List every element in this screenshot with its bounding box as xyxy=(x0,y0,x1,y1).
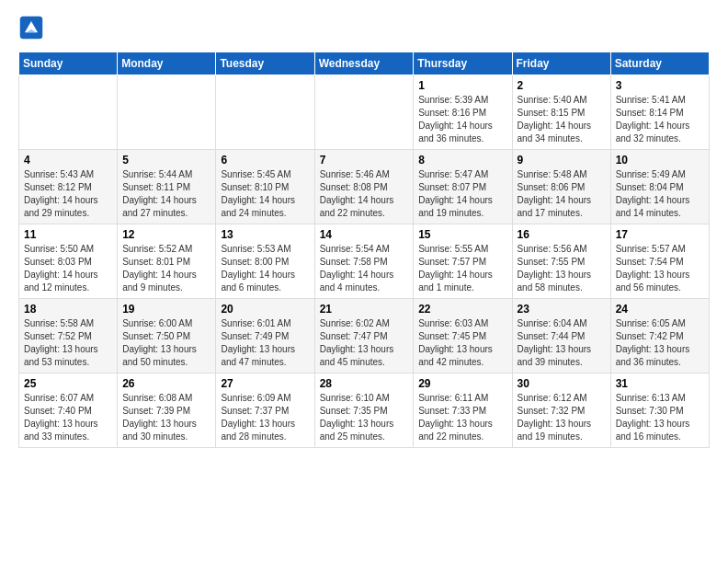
calendar-cell: 29Sunrise: 6:11 AMSunset: 7:33 PMDayligh… xyxy=(414,373,512,448)
day-number: 18 xyxy=(24,303,112,316)
day-number: 28 xyxy=(320,377,409,390)
day-info: Sunrise: 6:07 AMSunset: 7:40 PMDaylight:… xyxy=(24,392,112,443)
day-info: Sunrise: 5:39 AMSunset: 8:16 PMDaylight:… xyxy=(418,94,506,145)
day-number: 22 xyxy=(418,303,506,316)
day-number: 11 xyxy=(24,228,112,241)
calendar-week-2: 4Sunrise: 5:43 AMSunset: 8:12 PMDaylight… xyxy=(19,150,710,224)
day-info: Sunrise: 5:46 AMSunset: 8:08 PMDaylight:… xyxy=(320,168,409,220)
day-number: 27 xyxy=(221,377,309,390)
calendar-cell: 3Sunrise: 5:41 AMSunset: 8:14 PMDaylight… xyxy=(610,75,709,150)
day-number: 17 xyxy=(616,228,704,241)
day-info: Sunrise: 6:02 AMSunset: 7:47 PMDaylight:… xyxy=(320,317,409,369)
calendar-cell: 4Sunrise: 5:43 AMSunset: 8:12 PMDaylight… xyxy=(19,150,118,224)
day-info: Sunrise: 6:03 AMSunset: 7:45 PMDaylight:… xyxy=(418,317,506,369)
day-number: 23 xyxy=(518,303,606,316)
day-info: Sunrise: 5:49 AMSunset: 8:04 PMDaylight:… xyxy=(616,168,704,220)
day-number: 2 xyxy=(518,79,606,92)
calendar-cell: 7Sunrise: 5:46 AMSunset: 8:08 PMDaylight… xyxy=(314,150,414,224)
day-info: Sunrise: 6:12 AMSunset: 7:32 PMDaylight:… xyxy=(518,392,606,443)
day-number: 6 xyxy=(221,154,309,167)
day-info: Sunrise: 5:56 AMSunset: 7:55 PMDaylight:… xyxy=(518,243,606,294)
logo xyxy=(18,15,46,40)
day-header-thursday: Thursday xyxy=(414,52,512,75)
day-info: Sunrise: 5:41 AMSunset: 8:14 PMDaylight:… xyxy=(616,94,704,145)
day-info: Sunrise: 6:11 AMSunset: 7:33 PMDaylight:… xyxy=(418,392,506,443)
day-header-friday: Friday xyxy=(512,52,610,75)
day-number: 20 xyxy=(221,303,309,316)
calendar-cell xyxy=(118,75,216,150)
calendar-week-5: 25Sunrise: 6:07 AMSunset: 7:40 PMDayligh… xyxy=(19,373,710,448)
day-number: 8 xyxy=(418,154,506,167)
day-info: Sunrise: 6:04 AMSunset: 7:44 PMDaylight:… xyxy=(518,317,606,369)
day-info: Sunrise: 5:43 AMSunset: 8:12 PMDaylight:… xyxy=(24,168,112,220)
day-number: 14 xyxy=(320,228,409,241)
calendar-cell: 28Sunrise: 6:10 AMSunset: 7:35 PMDayligh… xyxy=(314,373,414,448)
day-info: Sunrise: 6:08 AMSunset: 7:39 PMDaylight:… xyxy=(122,392,210,443)
day-number: 30 xyxy=(518,377,606,390)
day-number: 1 xyxy=(418,79,506,92)
day-number: 24 xyxy=(616,303,704,316)
calendar-header-row: SundayMondayTuesdayWednesdayThursdayFrid… xyxy=(19,52,710,75)
calendar-week-1: 1Sunrise: 5:39 AMSunset: 8:16 PMDaylight… xyxy=(19,75,710,150)
day-info: Sunrise: 5:48 AMSunset: 8:06 PMDaylight:… xyxy=(518,168,606,220)
calendar-cell: 13Sunrise: 5:53 AMSunset: 8:00 PMDayligh… xyxy=(216,224,314,299)
day-number: 21 xyxy=(320,303,409,316)
day-number: 4 xyxy=(24,154,112,167)
day-number: 29 xyxy=(418,377,506,390)
calendar-cell: 24Sunrise: 6:05 AMSunset: 7:42 PMDayligh… xyxy=(610,299,709,373)
calendar-cell: 22Sunrise: 6:03 AMSunset: 7:45 PMDayligh… xyxy=(414,299,512,373)
day-header-monday: Monday xyxy=(118,52,216,75)
calendar-cell: 31Sunrise: 6:13 AMSunset: 7:30 PMDayligh… xyxy=(610,373,709,448)
day-info: Sunrise: 5:44 AMSunset: 8:11 PMDaylight:… xyxy=(122,168,210,220)
calendar-cell: 18Sunrise: 5:58 AMSunset: 7:52 PMDayligh… xyxy=(19,299,118,373)
calendar-cell: 27Sunrise: 6:09 AMSunset: 7:37 PMDayligh… xyxy=(216,373,314,448)
day-number: 10 xyxy=(616,154,704,167)
day-info: Sunrise: 6:01 AMSunset: 7:49 PMDaylight:… xyxy=(221,317,309,369)
day-info: Sunrise: 5:57 AMSunset: 7:54 PMDaylight:… xyxy=(616,243,704,294)
day-info: Sunrise: 5:53 AMSunset: 8:00 PMDaylight:… xyxy=(221,243,309,294)
day-number: 15 xyxy=(418,228,506,241)
day-number: 5 xyxy=(122,154,210,167)
day-number: 9 xyxy=(518,154,606,167)
day-number: 7 xyxy=(320,154,409,167)
calendar-cell: 12Sunrise: 5:52 AMSunset: 8:01 PMDayligh… xyxy=(118,224,216,299)
day-header-saturday: Saturday xyxy=(610,52,709,75)
day-info: Sunrise: 6:13 AMSunset: 7:30 PMDaylight:… xyxy=(616,392,704,443)
day-info: Sunrise: 6:10 AMSunset: 7:35 PMDaylight:… xyxy=(320,392,409,443)
day-number: 3 xyxy=(616,79,704,92)
calendar-cell: 8Sunrise: 5:47 AMSunset: 8:07 PMDaylight… xyxy=(414,150,512,224)
day-header-wednesday: Wednesday xyxy=(314,52,414,75)
day-number: 31 xyxy=(616,377,704,390)
calendar-cell: 11Sunrise: 5:50 AMSunset: 8:03 PMDayligh… xyxy=(19,224,118,299)
day-number: 19 xyxy=(122,303,210,316)
day-number: 12 xyxy=(122,228,210,241)
calendar-cell: 6Sunrise: 5:45 AMSunset: 8:10 PMDaylight… xyxy=(216,150,314,224)
day-number: 25 xyxy=(24,377,112,390)
day-info: Sunrise: 5:45 AMSunset: 8:10 PMDaylight:… xyxy=(221,168,309,220)
day-info: Sunrise: 6:05 AMSunset: 7:42 PMDaylight:… xyxy=(616,317,704,369)
day-number: 16 xyxy=(518,228,606,241)
calendar: SundayMondayTuesdayWednesdayThursdayFrid… xyxy=(18,52,710,448)
calendar-cell: 30Sunrise: 6:12 AMSunset: 7:32 PMDayligh… xyxy=(512,373,610,448)
day-info: Sunrise: 6:00 AMSunset: 7:50 PMDaylight:… xyxy=(122,317,210,369)
day-info: Sunrise: 5:40 AMSunset: 8:15 PMDaylight:… xyxy=(518,94,606,145)
calendar-cell: 25Sunrise: 6:07 AMSunset: 7:40 PMDayligh… xyxy=(19,373,118,448)
calendar-cell: 20Sunrise: 6:01 AMSunset: 7:49 PMDayligh… xyxy=(216,299,314,373)
calendar-cell: 19Sunrise: 6:00 AMSunset: 7:50 PMDayligh… xyxy=(118,299,216,373)
day-header-sunday: Sunday xyxy=(19,52,118,75)
calendar-week-4: 18Sunrise: 5:58 AMSunset: 7:52 PMDayligh… xyxy=(19,299,710,373)
day-info: Sunrise: 5:58 AMSunset: 7:52 PMDaylight:… xyxy=(24,317,112,369)
calendar-week-3: 11Sunrise: 5:50 AMSunset: 8:03 PMDayligh… xyxy=(19,224,710,299)
day-info: Sunrise: 5:47 AMSunset: 8:07 PMDaylight:… xyxy=(418,168,506,220)
day-number: 26 xyxy=(122,377,210,390)
calendar-cell: 16Sunrise: 5:56 AMSunset: 7:55 PMDayligh… xyxy=(512,224,610,299)
logo-icon xyxy=(18,15,44,40)
calendar-cell: 21Sunrise: 6:02 AMSunset: 7:47 PMDayligh… xyxy=(314,299,414,373)
calendar-cell: 1Sunrise: 5:39 AMSunset: 8:16 PMDaylight… xyxy=(414,75,512,150)
calendar-cell: 2Sunrise: 5:40 AMSunset: 8:15 PMDaylight… xyxy=(512,75,610,150)
calendar-cell: 17Sunrise: 5:57 AMSunset: 7:54 PMDayligh… xyxy=(610,224,709,299)
calendar-cell xyxy=(19,75,118,150)
day-number: 13 xyxy=(221,228,309,241)
calendar-cell: 23Sunrise: 6:04 AMSunset: 7:44 PMDayligh… xyxy=(512,299,610,373)
day-info: Sunrise: 5:55 AMSunset: 7:57 PMDaylight:… xyxy=(418,243,506,294)
